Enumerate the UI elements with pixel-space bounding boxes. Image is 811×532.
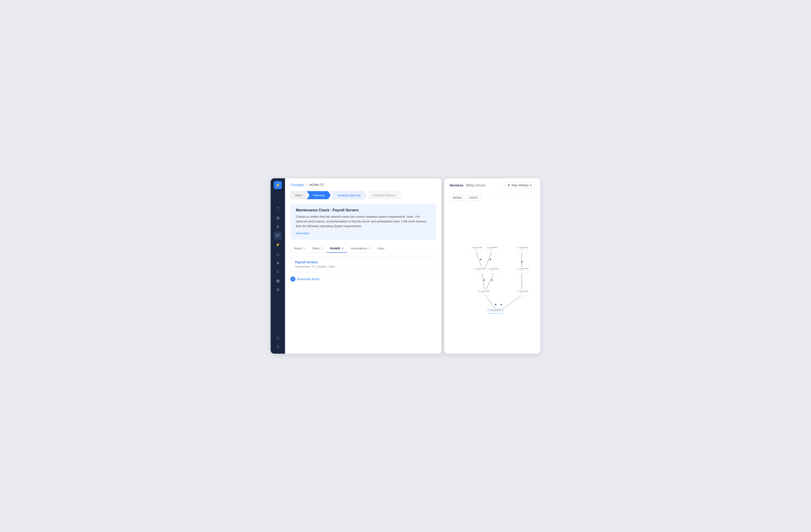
sidebar-item-layers[interactable]: ◈ [274,259,282,267]
tab-associations[interactable]: Associations 2 [347,244,374,253]
svg-text:▣: ▣ [490,310,491,311]
main-content: Changes > #CHN-72 Open Planning Awaiting… [285,178,442,354]
network-diagram: ▣ S9-Firefox-906... Server ▣ S10-Win-906… [449,208,536,349]
svg-text:S9-Firefox-906...: S9-Firefox-906... [474,247,483,248]
svg-rect-13 [495,304,496,305]
sidebar-item-print[interactable]: ⎙ [274,268,282,276]
svg-rect-8 [480,259,482,260]
tab-assets[interactable]: Assets 4 [326,244,347,253]
svg-rect-12 [521,261,523,263]
node-s2[interactable]: ▣ S2-Tomcat-9063... Server [517,290,529,296]
svg-line-6 [485,295,496,309]
svg-text:S8-Firefox-906...: S8-Firefox-906... [520,247,528,248]
svg-text:Server: Server [520,270,523,271]
svg-line-7 [502,295,522,309]
tab-activity[interactable]: Activ... [374,244,390,253]
sidebar-item-question[interactable]: ? [274,204,282,213]
map-settings-button[interactable]: ⚙ Map Settings ▾ [504,182,535,188]
tabs-bar: Notes 5 Tasks 3 Assets 4 Associations 2 … [290,244,436,253]
right-header: Services Billing Service ⚙ Map Settings … [444,178,540,192]
svg-text:▣: ▣ [472,247,473,248]
tab-tasks[interactable]: Tasks 3 [308,244,326,253]
sidebar-item-gear[interactable]: ⚙ [274,286,282,294]
associate-asset-label: Associate Asset [297,277,319,281]
svg-text:▣: ▣ [518,247,519,248]
svg-text:Server: Server [520,248,523,250]
breadcrumb: Changes > #CHN-72 [290,183,436,187]
view-more-link[interactable]: View More [296,232,309,235]
sidebar-bottom: ⬡ ⠿ [274,334,282,351]
associate-icon: + [290,277,295,282]
sidebar-logo[interactable]: ⚡ [274,181,282,189]
svg-text:Server: Server [520,292,523,293]
left-panel: ⚡ ‹ ? ▤ ⚙ 🛡 ⚡ △ ◈ ⎙ ▦ ⚙ ⬡ ⠿ Changes > [271,178,442,354]
svg-text:Server: Server [477,270,480,271]
description-card: Maintenance Check - Payroll Servers Chec… [290,204,436,240]
right-title: Services [449,183,463,187]
step-pending[interactable]: Pending Release [367,191,402,199]
sidebar-item-inbox[interactable]: ▤ [274,214,282,222]
svg-text:S5-Apache-9064...: S5-Apache-9064... [520,268,529,269]
sidebar-item-cube[interactable]: ⬡ [274,334,282,342]
svg-text:▣: ▣ [518,268,519,269]
sidebar: ⚡ ‹ ? ▤ ⚙ 🛡 ⚡ △ ◈ ⎙ ▦ ⚙ ⬡ ⠿ [271,178,285,354]
svg-rect-14 [501,304,502,305]
map-settings-icon: ⚙ [507,183,510,187]
node-s1[interactable]: ▣ S1-Mysql-9062.De... [488,309,503,314]
map-settings-chevron: ▾ [530,183,532,187]
svg-text:S1-Mysql-9062.De...: S1-Mysql-9062.De... [492,310,502,311]
diagram-area[interactable]: ▣ S9-Firefox-906... Server ▣ S10-Win-906… [444,203,540,354]
sidebar-item-alert[interactable]: △ [274,249,282,258]
map-settings-label: Map Settings [511,183,529,187]
node-s3[interactable]: ▣ S3-Tomcat-9066... Server [478,290,490,296]
sidebar-item-shield[interactable]: 🛡 [274,232,282,240]
svg-text:S7-Firefox-906...: S7-Firefox-906... [491,268,499,269]
svg-line-0 [476,252,482,268]
svg-rect-11 [491,279,493,281]
svg-text:S10-Win-90611: S10-Win-90611 [489,247,497,248]
step-open[interactable]: Open [290,191,307,199]
filter-tag-vertical[interactable]: Vertical [449,195,464,200]
breadcrumb-parent[interactable]: Changes [290,183,304,187]
asset-name[interactable]: Payroll Service [295,260,431,264]
workflow-steps: Open Planning Awaiting Approval Pending … [290,191,436,199]
svg-text:Server: Server [481,292,485,293]
filter-tag-level[interactable]: Level 3 [466,195,480,200]
svg-text:▣: ▣ [518,290,519,292]
node-s10[interactable]: ▣ S10-Win-90611 Server [486,246,498,252]
tab-notes[interactable]: Notes 5 [290,244,308,253]
svg-line-2 [482,273,485,290]
svg-text:▣: ▣ [475,268,476,269]
node-s5[interactable]: ▣ S5-Apache-9064... Server [517,267,529,273]
svg-rect-10 [483,279,485,281]
node-s7[interactable]: ▣ S7-Firefox-906... Server [488,267,499,273]
sidebar-item-bug[interactable]: ⚙ [274,223,282,231]
sidebar-item-chart[interactable]: ▦ [274,277,282,285]
svg-text:▣: ▣ [489,268,490,269]
node-s9[interactable]: ▣ S9-Firefox-906... Server [471,246,483,252]
svg-text:Server: Server [489,248,493,250]
right-panel: Services Billing Service ⚙ Map Settings … [444,178,540,354]
node-s8[interactable]: ▣ S8-Firefox-906... Server [517,246,528,252]
breadcrumb-separator: > [306,183,308,187]
sidebar-item-collapse[interactable]: ‹ [274,193,282,201]
sidebar-divider [274,202,282,203]
svg-text:▣: ▣ [488,247,489,248]
svg-text:▣: ▣ [479,290,480,292]
svg-line-3 [486,273,494,290]
description-body: Checks to confirm that the network meets… [296,214,431,228]
asset-item: Payroll Service Department: IT, Location… [290,257,436,272]
asset-meta: Department: IT, Location: Utah [295,265,431,268]
svg-text:S2-Tomcat-9063...: S2-Tomcat-9063... [520,290,529,292]
svg-text:S6-Apache-9068...: S6-Apache-9068... [477,268,486,269]
associate-asset-button[interactable]: + Associate Asset [290,275,436,283]
node-s6[interactable]: ▣ S6-Apache-9068... Server [474,267,486,273]
breadcrumb-current: #CHN-72 [309,183,324,187]
right-subtitle: Billing Service [466,183,486,187]
step-awaiting[interactable]: Awaiting Approval [331,191,367,199]
step-planning[interactable]: Planning [307,191,331,199]
svg-text:S3-Tomcat-9066...: S3-Tomcat-9066... [481,290,490,292]
filter-tags: Vertical Level 3 [444,192,540,203]
sidebar-item-lightning[interactable]: ⚡ [274,241,282,249]
sidebar-item-grid[interactable]: ⠿ [274,343,282,351]
